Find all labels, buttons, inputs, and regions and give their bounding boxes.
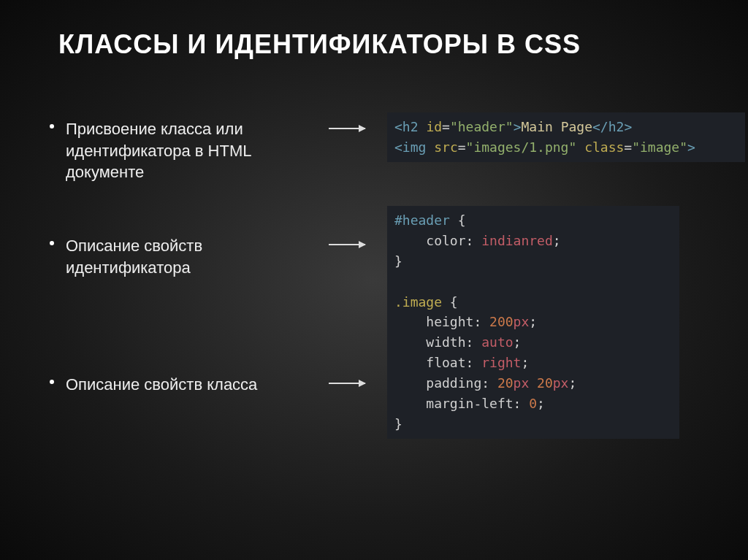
bullet-item-3: Описание свойств класса [66,374,257,396]
code-token: float [426,355,465,370]
code-token: ; [514,334,522,350]
bullet-text: Описание свойств класса [66,375,257,394]
code-token: auto [473,334,513,350]
code-token: < [394,119,402,134]
code-token: px [514,314,530,329]
bullet-item-1: Присвоение класса или идентификатора в H… [66,118,314,183]
code-token: < [394,139,402,155]
code-token: src [434,139,458,155]
code-token: } [394,416,402,431]
code-token: padding [426,375,481,391]
code-token: # [394,212,402,228]
code-token: right [473,355,521,370]
code-token: : [481,375,489,391]
code-token: margin-left [426,396,513,411]
code-token: : [466,334,474,350]
code-block-css: #header { color: indianred; } .image { h… [387,206,679,439]
code-token: = [442,119,450,134]
code-token: </ [592,119,608,134]
code-token: > [687,139,695,155]
bullet-text: Описание свойств идентификатора [66,237,202,277]
code-token: header [402,212,450,228]
code-token: h2 [608,119,625,134]
arrow-icon [329,244,365,245]
code-token: 200 [481,314,513,329]
code-token: > [624,119,632,134]
code-token: " [450,119,458,134]
code-token: = [624,139,632,155]
code-token: : [514,396,522,411]
code-token: class [584,139,624,155]
arrow-icon [329,128,365,129]
code-token: image [402,294,442,310]
code-token [576,139,584,155]
code-token: " [568,139,576,155]
code-token: : [466,233,474,248]
code-token: > [514,119,522,134]
code-token: 0 [521,396,537,411]
code-token [426,139,434,155]
code-token: " [679,139,687,155]
code-token: { [450,212,466,228]
code-token: ; [521,355,529,370]
code-token: ; [568,375,576,391]
code-token: header [458,119,505,134]
code-token: " [466,139,474,155]
code-token: id [426,119,442,134]
bullet-dot-icon [50,124,54,129]
code-token: h2 [402,119,419,134]
code-token: height [426,314,473,329]
code-token: px [514,375,530,391]
bullet-text: Присвоение класса или идентификатора в H… [66,120,251,181]
code-token: " [505,119,514,134]
code-token: : [466,355,474,370]
code-token: img [402,139,427,155]
slide-title: КЛАССЫ И ИДЕНТИФИКАТОРЫ В CSS [58,29,711,60]
bullet-list: Присвоение класса или идентификатора в H… [37,118,314,520]
code-token: image [640,139,679,155]
arrow-icon [329,383,365,384]
code-token: " [632,139,640,155]
slide-content: Присвоение класса или идентификатора в H… [37,118,711,520]
code-token: px [553,375,569,391]
code-token: : [473,314,481,329]
code-token: { [442,294,458,310]
code-token: 20 [529,375,553,391]
code-token: ; [537,396,545,411]
code-token: ; [553,233,561,248]
code-block-html: <h2 id="header">Main Page</h2> <img src=… [387,112,745,162]
code-token: = [458,139,466,155]
code-token: Main Page [521,119,592,134]
code-token: . [394,294,402,310]
bullet-dot-icon [50,380,54,384]
code-token: width [426,334,465,350]
bullet-dot-icon [50,241,54,245]
code-token: color [426,233,465,248]
slide: КЛАССЫ И ИДЕНТИФИКАТОРЫ В CSS Присвоение… [0,0,748,560]
code-token: 20 [489,375,514,391]
bullet-item-2: Описание свойств идентификатора [66,235,314,278]
code-token: images/1.png [473,139,568,155]
code-token [419,119,427,134]
code-token: } [394,253,402,269]
code-token: indianred [473,233,552,248]
code-token: ; [529,314,537,329]
